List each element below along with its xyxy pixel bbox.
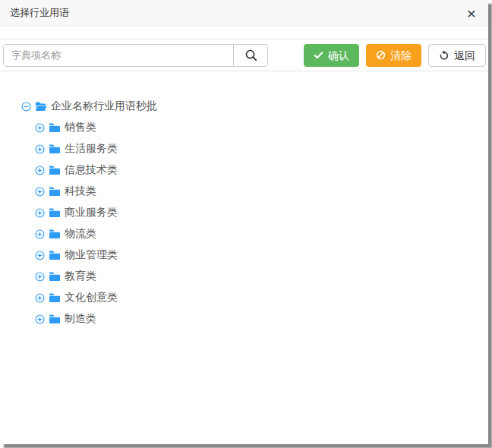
tree-item-label[interactable]: 销售类 xyxy=(65,121,96,134)
collapse-minus-icon[interactable] xyxy=(21,102,31,112)
body-spacer xyxy=(0,27,488,39)
tree-item-label[interactable]: 科技类 xyxy=(65,185,96,198)
expand-plus-icon[interactable] xyxy=(35,293,45,303)
expand-plus-icon[interactable] xyxy=(35,187,45,197)
tree-row[interactable]: 物业管理类 xyxy=(35,245,488,266)
tree-row[interactable]: 文化创意类 xyxy=(35,287,488,308)
expand-plus-icon[interactable] xyxy=(35,314,45,324)
tree-item-label[interactable]: 商业服务类 xyxy=(65,206,118,219)
industry-tree: 企业名称行业用语秒批 销售类 生活服务类 xyxy=(0,71,488,330)
tree-row[interactable]: 物流类 xyxy=(35,223,488,245)
tree-row[interactable]: 商业服务类 xyxy=(35,202,488,223)
confirm-button-label: 确认 xyxy=(328,50,349,61)
search-input[interactable] xyxy=(4,45,233,66)
toolbar: 确认 清除 返回 xyxy=(0,39,488,71)
tree-row[interactable]: 制造类 xyxy=(35,308,488,330)
select-industry-terms-dialog: 选择行业用语 × 确认 清除 xyxy=(0,0,488,444)
closed-folder-icon xyxy=(49,292,61,303)
expand-plus-icon[interactable] xyxy=(35,166,45,175)
search-button[interactable] xyxy=(233,45,267,66)
tree-item-label[interactable]: 物业管理类 xyxy=(65,248,118,262)
dialog-title: 选择行业用语 xyxy=(10,6,69,20)
dialog-header: 选择行业用语 × xyxy=(0,0,488,27)
open-folder-icon xyxy=(35,101,47,112)
expand-plus-icon[interactable] xyxy=(35,272,45,282)
closed-folder-icon xyxy=(49,229,61,239)
tree-item-label[interactable]: 信息技术类 xyxy=(65,163,118,177)
closed-folder-icon xyxy=(49,186,61,197)
closed-folder-icon xyxy=(49,122,61,133)
tree-item-label[interactable]: 物流类 xyxy=(65,227,96,241)
tree-row[interactable]: 教育类 xyxy=(35,266,488,287)
close-icon[interactable]: × xyxy=(467,5,476,21)
tree-item-label[interactable]: 生活服务类 xyxy=(65,142,118,156)
tree-children: 销售类 生活服务类 信息技术类 xyxy=(21,117,488,330)
confirm-button[interactable]: 确认 xyxy=(304,44,359,67)
back-button[interactable]: 返回 xyxy=(428,44,486,67)
expand-plus-icon[interactable] xyxy=(35,144,45,154)
clear-button[interactable]: 清除 xyxy=(366,44,421,67)
search-group xyxy=(3,44,268,67)
clear-button-label: 清除 xyxy=(390,50,412,61)
tree-item-label[interactable]: 教育类 xyxy=(65,270,96,283)
closed-folder-icon xyxy=(49,250,61,260)
expand-plus-icon[interactable] xyxy=(35,123,45,133)
tree-row[interactable]: 生活服务类 xyxy=(35,138,488,159)
toolbar-buttons: 确认 清除 返回 xyxy=(304,44,486,67)
ban-icon xyxy=(376,50,386,60)
tree-item-label[interactable]: 文化创意类 xyxy=(65,291,118,304)
expand-plus-icon[interactable] xyxy=(35,208,45,218)
closed-folder-icon xyxy=(49,144,61,154)
back-button-label: 返回 xyxy=(454,50,475,61)
closed-folder-icon xyxy=(49,314,61,324)
tree-item-label[interactable]: 制造类 xyxy=(65,312,96,326)
tree-root-row[interactable]: 企业名称行业用语秒批 xyxy=(21,96,488,117)
expand-plus-icon[interactable] xyxy=(35,229,45,239)
closed-folder-icon xyxy=(49,271,61,282)
search-icon xyxy=(244,49,257,62)
tree-row[interactable]: 销售类 xyxy=(35,117,488,138)
tree-root-label[interactable]: 企业名称行业用语秒批 xyxy=(51,99,157,113)
tree-row[interactable]: 科技类 xyxy=(35,181,488,202)
closed-folder-icon xyxy=(49,207,61,218)
expand-plus-icon[interactable] xyxy=(35,251,45,260)
undo-icon xyxy=(439,50,449,61)
tree-row[interactable]: 信息技术类 xyxy=(35,159,488,181)
closed-folder-icon xyxy=(49,165,61,175)
check-icon xyxy=(314,50,323,60)
